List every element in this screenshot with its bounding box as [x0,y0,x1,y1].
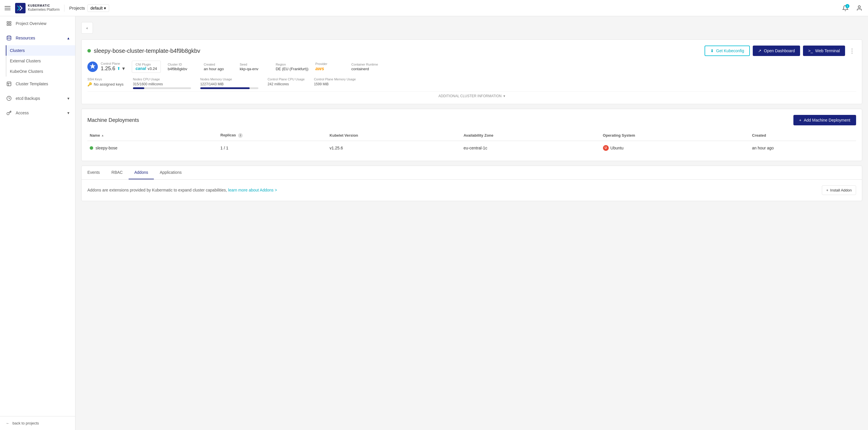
cni-name: canal [135,66,146,71]
table-row[interactable]: sleepy-bose 1 / 1 v1.25.6 eu-central-1c [87,141,856,155]
control-plane-version: 1.25.6 ⬆ ▾ [101,65,125,72]
web-terminal-button[interactable]: >_ Web Terminal [803,45,845,56]
row-status-dot [90,146,93,150]
external-clusters-label: External Clusters [10,59,41,63]
th-kubelet-version: Kubelet Version [327,130,461,141]
grid-icon [6,20,12,27]
additional-info-chevron-icon: ▾ [503,94,505,98]
template-icon [6,81,12,87]
svg-rect-3 [9,22,11,23]
sidebar-item-cluster-templates[interactable]: Cluster Templates [0,76,75,91]
sidebar-item-project-overview[interactable]: Project Overview [0,16,75,31]
resources-icon [6,35,12,41]
nodes-memory-bar [200,87,250,89]
brand-label: KUBERMATIC [28,4,60,7]
addons-content-row: Addons are extensions provided by Kuberm… [87,186,856,195]
cluster-header: sleepy-bose-cluster-template-b4f9b8gkbv … [87,45,856,56]
projects-link[interactable]: Projects [69,5,85,10]
sidebar-access-header[interactable]: Access ▾ [0,106,75,120]
svg-rect-5 [9,24,11,26]
cni-plugin-box: CNI Plugin canal v3.24 [132,61,161,73]
sidebar-item-kubeone[interactable]: KubeOne Clusters [6,66,75,76]
svg-rect-7 [7,82,11,86]
sidebar-resources-header[interactable]: Resources ▴ [0,31,75,45]
cluster-templates-label: Cluster Templates [16,81,48,86]
back-to-projects-btn[interactable]: ← back to projects [0,416,75,430]
tab-rbac[interactable]: RBAC [106,166,129,179]
cluster-actions: ⬇ Get Kubeconfig ↗ Open Dashboard >_ Web… [705,45,856,56]
cp-memory-value: 1599 MiB [314,82,355,86]
notification-badge: 1 [845,4,849,8]
cluster-title: sleepy-bose-cluster-template-b4f9b8gkbv [87,47,200,54]
resources-chevron-icon: ▴ [67,36,69,40]
machine-deployments-header: Machine Deployments + Add Machine Deploy… [87,115,856,125]
topnav-logo: KUBERMATIC Kubernetes Platform [15,3,60,13]
install-addon-button[interactable]: + Install Addon [822,186,856,195]
sidebar-item-clusters[interactable]: Clusters [6,45,75,56]
nodes-cpu-bar-container [133,87,191,89]
cp-memory-label: Control Plane Memory Usage [314,77,355,81]
provider-value: aws [315,66,344,71]
version-dropdown-icon[interactable]: ▾ [122,65,125,72]
additional-info-toggle[interactable]: ADDITIONAL CLUSTER INFORMATION ▾ [87,91,856,98]
open-dashboard-button[interactable]: ↗ Open Dashboard [753,45,800,56]
notifications-button[interactable]: 1 [841,4,849,12]
more-options-button[interactable]: ⋮ [848,46,856,56]
back-button[interactable]: ‹ [81,22,93,34]
sidebar-etcd-header[interactable]: etcd Backups ▾ [0,91,75,106]
breadcrumb: Projects default ▾ [69,4,109,12]
upgrade-icon[interactable]: ⬆ [117,66,121,71]
svg-rect-2 [7,22,8,23]
tab-addons[interactable]: Addons [129,166,154,179]
ssh-keys-group: SSH Keys 🔑 No assigned keys [87,77,124,87]
container-runtime-value: containerd [351,67,380,71]
key-icon [6,110,12,116]
topnav-logo-text: KUBERMATIC Kubernetes Platform [28,4,60,11]
replicas-info-icon[interactable]: i [238,133,243,138]
row-os-cell: U Ubuntu [601,141,750,155]
cluster-name: sleepy-bose-cluster-template-b4f9b8gkbv [94,47,200,54]
get-kubeconfig-button[interactable]: ⬇ Get Kubeconfig [705,45,750,56]
plus-addon-icon: + [826,188,829,192]
nodes-memory-bar-container [200,87,258,89]
add-machine-deployment-button[interactable]: + Add Machine Deployment [794,115,857,125]
machine-deployments-table: Name ▲ Replicas i Kubelet Version Availa… [87,130,856,155]
plus-icon: + [799,118,802,123]
cluster-id-group: Cluster ID b4f9b8gkbv [168,63,197,71]
row-availability-zone-cell: eu-central-1c [461,141,601,155]
kubeone-label: KubeOne Clusters [10,69,43,74]
cni-plugin-label: CNI Plugin [135,63,157,66]
cluster-id-value: b4f9b8gkbv [168,67,197,71]
external-link-icon: ↗ [758,48,762,53]
key-symbol-icon: 🔑 [87,82,92,87]
tabs-card: Events RBAC Addons Applications Addons a… [81,166,862,201]
nodes-memory-value: 1227/1443 MiB [200,82,258,86]
cluster-info-row: Control Plane 1.25.6 ⬆ ▾ CNI Plugin cana… [87,61,856,73]
table-body: sleepy-bose 1 / 1 v1.25.6 eu-central-1c [87,141,856,155]
etcd-label: etcd Backups [16,96,40,101]
chevron-down-icon: ▾ [104,6,106,10]
access-label: Access [16,110,29,115]
ubuntu-icon: U [603,145,609,151]
machine-deployments-title: Machine Deployments [87,117,139,123]
default-project-btn[interactable]: default ▾ [87,4,109,12]
access-chevron-icon: ▾ [67,110,69,115]
resources-label: Resources [16,36,35,40]
row-os: Ubuntu [611,146,624,150]
tab-events[interactable]: Events [82,166,106,179]
hamburger-icon[interactable] [5,6,10,10]
sidebar-item-external-clusters[interactable]: External Clusters [6,56,75,66]
sidebar-children: Clusters External Clusters KubeOne Clust… [0,45,75,76]
clusters-label: Clusters [10,48,25,53]
row-name: sleepy-bose [95,146,118,150]
kkp-logo-icon [15,3,26,13]
addons-learn-more-link[interactable]: learn more about Addons > [228,188,277,192]
container-runtime-label: Container Runtime [351,63,380,66]
tab-applications[interactable]: Applications [154,166,188,179]
user-menu-button[interactable] [855,4,863,12]
addons-description: Addons are extensions provided by Kuberm… [87,188,277,192]
row-replicas: 1 / 1 [220,146,228,150]
nodes-memory-label: Nodes Memory Usage [200,77,258,81]
control-plane-box: Control Plane 1.25.6 ⬆ ▾ [87,62,125,72]
sidebar-etcd-section: etcd Backups ▾ [0,91,75,106]
